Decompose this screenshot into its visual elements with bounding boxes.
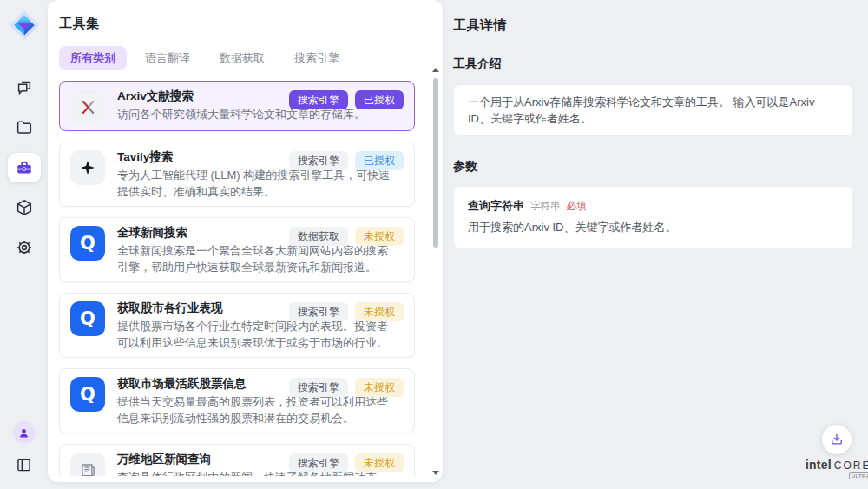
cube-icon <box>15 198 34 217</box>
tool-auth-badge: 未授权 <box>355 378 404 397</box>
tool-list: Arxiv文献搜索 访问各个研究领域大量科学论文和文章的存储库。 搜索引擎 已授… <box>59 81 417 476</box>
category-tabs: 所有类别 语言翻译 数据获取 搜索引擎 <box>59 46 443 70</box>
download-icon <box>829 432 845 447</box>
gear-icon <box>15 238 34 257</box>
intel-core-logo: intel core ultra <box>806 458 868 472</box>
tool-category-badge: 搜索引擎 <box>289 151 348 170</box>
tool-list-scrollbar <box>431 68 440 475</box>
user-icon <box>16 426 31 440</box>
category-tab[interactable]: 所有类别 <box>59 46 127 70</box>
parameter-description: 用于搜索的Arxiv ID、关键字或作者姓名。 <box>468 220 838 235</box>
tool-description: 专为人工智能代理 (LLM) 构建的搜索引擎工具，可快速提供实时、准确和真实的结… <box>117 167 393 200</box>
app-logo-icon <box>8 9 41 42</box>
news-q-icon: Q <box>80 384 95 405</box>
toolbox-icon <box>15 158 34 177</box>
tab-label: 所有类别 <box>70 51 115 64</box>
intel-wordmark: intel <box>806 458 832 472</box>
tools-panel-title: 工具集 <box>59 16 443 32</box>
category-tab[interactable]: 语言翻译 <box>134 46 201 70</box>
user-avatar[interactable] <box>13 421 36 444</box>
tool-auth-badge: 未授权 <box>355 453 404 472</box>
tool-category-badge: 搜索引擎 <box>289 378 348 397</box>
sidebar-item-settings[interactable] <box>8 233 41 262</box>
collapse-panel-button[interactable] <box>8 453 41 477</box>
tool-icon: Q <box>70 226 105 261</box>
intro-heading: 工具介绍 <box>453 56 854 72</box>
tool-card[interactable]: Q 获取市场最活跃股票信息 提供当天交易量最高的股票列表，投资者可以利用这些信息… <box>59 368 415 433</box>
tools-panel: 工具集 所有类别 语言翻译 数据获取 搜索引擎 Arxiv文献搜索 访问各个研究… <box>48 0 443 482</box>
tool-icon <box>70 150 105 185</box>
tool-auth-badge: 已授权 <box>355 90 404 109</box>
panel-layout-icon <box>15 456 33 474</box>
tool-badges: 数据获取 未授权 <box>289 227 404 246</box>
tool-category-badge: 搜索引擎 <box>289 453 348 472</box>
ultra-badge: ultra <box>849 472 868 479</box>
download-button[interactable] <box>822 425 852 454</box>
newspaper-icon <box>79 461 97 477</box>
tool-description: 全球新闻搜索是一个聚合全球各大新闻网站内容的搜索引擎，帮助用户快速获取全球最新资… <box>117 242 393 275</box>
tab-label: 语言翻译 <box>145 51 190 64</box>
tool-category-badge: 搜索引擎 <box>289 302 348 321</box>
tool-badges: 搜索引擎 未授权 <box>289 378 404 397</box>
tool-card[interactable]: Arxiv文献搜索 访问各个研究领域大量科学论文和文章的存储库。 搜索引擎 已授… <box>59 81 415 131</box>
intro-text-box: 一个用于从Arxiv存储库搜索科学论文和文章的工具。 输入可以是Arxiv ID… <box>453 84 853 136</box>
chat-icon <box>15 78 34 97</box>
core-wordmark: core ultra <box>834 459 868 472</box>
tool-card[interactable]: 万维地区新闻查询 查询具体行政区划内的新闻，快速了解各地新闻动态。 搜索引擎 未… <box>59 444 415 476</box>
scroll-down-arrow[interactable] <box>432 471 439 475</box>
tool-card[interactable]: Q 获取股市各行业表现 提供股票市场各个行业在特定时间段内的表现。投资者可以利用… <box>59 293 415 358</box>
category-tab[interactable]: 搜索引擎 <box>283 46 351 70</box>
details-title: 工具详情 <box>453 17 854 34</box>
arxiv-logo-icon <box>79 98 97 116</box>
params-heading: 参数 <box>453 159 854 175</box>
tool-auth-badge: 已授权 <box>355 151 404 170</box>
tool-icon: Q <box>70 377 105 412</box>
tool-badges: 搜索引擎 已授权 <box>289 90 404 109</box>
tool-auth-badge: 未授权 <box>355 302 404 321</box>
category-tab[interactable]: 数据获取 <box>208 46 276 70</box>
scrollbar-thumb[interactable] <box>433 78 438 248</box>
tool-icon: Q <box>70 301 105 336</box>
sidebar-item-chat[interactable] <box>8 73 41 102</box>
tab-label: 搜索引擎 <box>294 51 339 64</box>
tool-auth-badge: 未授权 <box>355 227 404 246</box>
parameter-name: 查询字符串 <box>468 198 524 214</box>
tool-badges: 搜索引擎 已授权 <box>289 151 404 170</box>
tool-icon <box>70 89 105 124</box>
left-rail <box>0 0 48 489</box>
sidebar-item-tools[interactable] <box>8 153 41 182</box>
tool-description: 提供股票市场各个行业在特定时间段内的表现。投资者可以利用这些信息来识别表现优于或… <box>117 318 393 351</box>
sparkle-icon <box>79 159 96 176</box>
tool-card[interactable]: Q 全球新闻搜索 全球新闻搜索是一个聚合全球各大新闻网站内容的搜索引擎，帮助用户… <box>59 217 415 282</box>
tool-badges: 搜索引擎 未授权 <box>289 302 404 321</box>
parameter-type: 字符串 <box>530 200 561 213</box>
tool-icon <box>70 453 105 476</box>
sidebar-item-files[interactable] <box>8 113 41 142</box>
tab-label: 数据获取 <box>220 51 265 64</box>
tool-description: 提供当天交易量最高的股票列表，投资者可以利用这些信息来识别流动性强的股票和潜在的… <box>117 393 393 426</box>
tool-category-badge: 搜索引擎 <box>289 90 348 109</box>
app-window: 工具集 所有类别 语言翻译 数据获取 搜索引擎 Arxiv文献搜索 访问各个研究… <box>0 0 868 489</box>
tool-category-badge: 数据获取 <box>289 227 348 246</box>
folder-icon <box>15 118 34 137</box>
sidebar-item-models[interactable] <box>8 193 41 222</box>
news-q-icon: Q <box>80 233 95 254</box>
tool-badges: 搜索引擎 未授权 <box>289 453 404 472</box>
tool-details-panel: 工具详情 工具介绍 一个用于从Arxiv存储库搜索科学论文和文章的工具。 输入可… <box>443 0 868 489</box>
tool-card[interactable]: Tavily搜索 专为人工智能代理 (LLM) 构建的搜索引擎工具，可快速提供实… <box>59 142 415 207</box>
parameter-card: 查询字符串 字符串 必填 用于搜索的Arxiv ID、关键字或作者姓名。 <box>453 186 853 249</box>
news-q-icon: Q <box>80 308 95 329</box>
parameter-required-flag: 必填 <box>567 200 587 213</box>
scroll-up-arrow[interactable] <box>432 68 439 72</box>
